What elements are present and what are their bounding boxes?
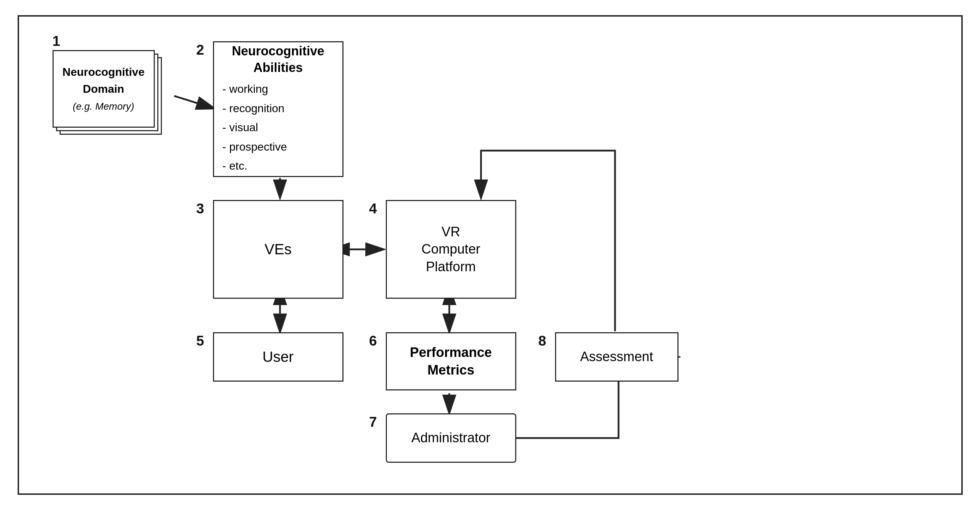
node-3-label: 3 <box>196 199 204 218</box>
svg-line-3 <box>174 96 214 108</box>
node-2: 2 NeurocognitiveAbilities - working - re… <box>213 41 344 177</box>
node-1-stacked: NeurocognitiveDomain(e.g. Memory) <box>52 50 165 142</box>
node-1-label: 1 <box>52 33 60 49</box>
node-5: 5 User <box>213 332 344 382</box>
node-6-label: 6 <box>369 332 377 350</box>
node-6-text: PerformanceMetrics <box>410 344 492 379</box>
outer-border: 1 NeurocognitiveDomain(e.g. Memory) 2 Ne… <box>18 15 963 495</box>
node-8-label: 8 <box>538 332 546 350</box>
node-2-list: - working - recognition - visual - prosp… <box>223 80 287 175</box>
node-2-label: 2 <box>196 41 204 59</box>
node-3: 3 VEs <box>213 200 344 299</box>
node-7: 7 Administrator <box>386 413 516 463</box>
page-front: NeurocognitiveDomain(e.g. Memory) <box>52 50 155 128</box>
node-7-label: 7 <box>369 413 377 431</box>
node-4-label: 4 <box>369 199 377 218</box>
node-3-text: VEs <box>264 240 292 259</box>
diagram: 1 NeurocognitiveDomain(e.g. Memory) 2 Ne… <box>33 31 947 479</box>
node-4: 4 VRComputerPlatform <box>386 200 516 299</box>
node-5-label: 5 <box>196 332 204 350</box>
node-6: 6 PerformanceMetrics <box>386 332 516 390</box>
node-8-text: Assessment <box>580 348 653 365</box>
node-5-text: User <box>262 347 294 367</box>
node-1-text: NeurocognitiveDomain(e.g. Memory) <box>62 64 145 114</box>
node-2-title: NeurocognitiveAbilities <box>223 43 334 76</box>
node-4-text: VRComputerPlatform <box>422 223 480 276</box>
node-7-text: Administrator <box>412 429 490 446</box>
node-8: 8 Assessment <box>555 332 678 382</box>
